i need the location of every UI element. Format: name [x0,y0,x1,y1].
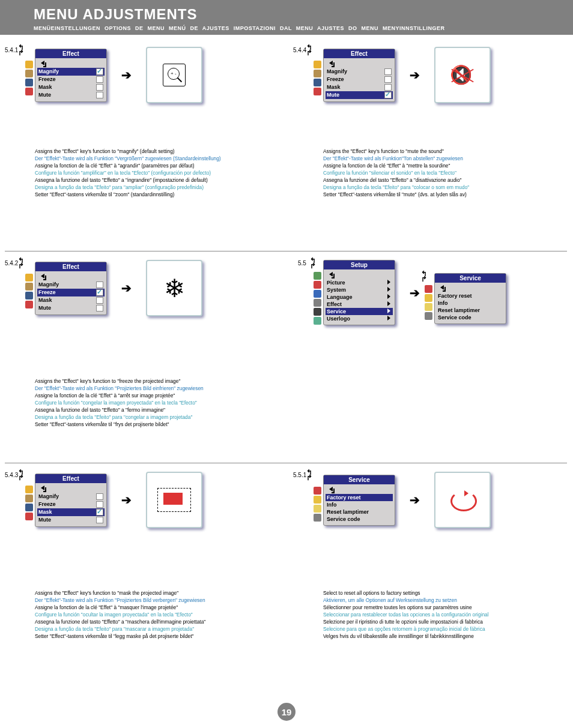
result-mask [146,472,202,528]
menu-item-mute[interactable]: Mute [37,304,105,312]
page-number: 19 [277,703,296,721]
menu-back[interactable] [37,484,105,493]
description: Assigns the "Effect" key's function to "… [35,589,205,640]
arrow-right-icon: ➔ [410,68,420,82]
section-543: 5.4.3 Effect Magnify Freeze Mask Mute ➔ … [35,472,205,640]
menu-item-info[interactable]: Info [437,299,504,307]
section-number: 5.4.1 [5,47,18,53]
page-subtitle: MENÜEINSTELLUNGEN OPTIONS DE MENU MENÚ D… [34,25,562,31]
menu-item-mask[interactable]: Mask [37,83,105,91]
section-551: 5.5.1 Service Factory reset Info Reset l… [323,472,491,640]
section-number: 5.5 [298,260,306,266]
section-number: 5.4.3 [5,472,18,478]
effect-menu-panel: Effect Magnify Freeze Mask Mute [35,262,107,315]
result-reset [434,472,491,528]
description: Assigns the "Effect" key's function to "… [323,148,491,198]
description: Assigns the "Effect" key's function to "… [35,378,204,428]
section-55: 5.5 Setup Picture System Language Effect… [323,260,506,325]
menu-item-service-code[interactable]: Service code [437,314,504,321]
menu-title: Service [435,274,506,283]
mute-icon [447,63,478,87]
menu-item-system[interactable]: System [326,286,393,293]
menu-item-service-code[interactable]: Service code [326,516,393,523]
reset-icon [447,488,478,512]
menu-title: Effect [324,49,395,58]
effect-menu-panel: Effect Magnify Freeze Mask Mute [323,49,395,102]
menu-item-factory-reset[interactable]: Factory reset [437,292,504,299]
menu-item-mute[interactable]: Mute [326,91,393,99]
menu-item-magnify[interactable]: Magnify [37,281,105,289]
arrow-right-icon: ➔ [410,286,420,300]
menu-back[interactable] [326,486,393,494]
menu-title: Effect [35,262,106,271]
section-542: 5.4.2 Effect Magnify Freeze Mask Mute ➔ … [35,260,204,428]
nav-arrows-icon [18,45,24,56]
nav-arrows-icon [306,470,312,481]
description: Assigns the "Effect" key's function to "… [35,148,221,198]
menu-item-mute[interactable]: Mute [37,516,105,524]
nav-arrows-icon [18,258,24,269]
section-544: 5.4.4 Effect Magnify Freeze Mask Mute ➔ … [323,47,491,198]
menu-item-mute[interactable]: Mute [37,91,105,99]
arrow-right-icon: ➔ [121,68,132,82]
menu-item-freeze[interactable]: Freeze [37,501,105,508]
menu-title: Effect [35,49,106,58]
sidebar-icons [25,61,33,95]
divider-horizontal [5,463,567,463]
menu-back[interactable] [326,59,393,68]
menu-item-reset-lamptimer[interactable]: Reset lamptimer [437,307,504,314]
result-magnify: + - [146,47,202,103]
page-title: MENU ADJUSTMENTS [34,6,562,23]
menu-item-service[interactable]: Service [326,308,393,315]
back-icon [40,61,47,67]
menu-item-magnify[interactable]: Magnify [37,493,105,501]
nav-arrows-icon [18,470,24,481]
section-number: 5.5.1 [293,472,306,478]
menu-item-userlogo[interactable]: Userlogo [326,315,393,322]
arrow-right-icon: ➔ [121,493,132,507]
menu-back[interactable] [37,272,105,281]
menu-item-reset-lamptimer[interactable]: Reset lamptimer [326,508,393,516]
section-number: 5.4.2 [5,260,18,266]
menu-item-freeze[interactable]: Freeze [37,76,105,83]
setup-menu-panel: Setup Picture System Language Effect Ser… [323,260,395,325]
menu-back[interactable] [37,59,105,68]
divider-horizontal [5,251,567,251]
menu-item-language[interactable]: Language [326,293,393,301]
check-icon [96,68,103,75]
effect-menu-panel: Effect Magnify Freeze Mask Mute [35,49,107,102]
section-541: 5.4.1 Effect Magnify Freeze Mask Mute ➔ … [35,47,221,198]
result-freeze: ❄ [146,260,202,316]
magnify-icon: + - [163,64,186,86]
mask-icon [157,488,191,512]
menu-item-info[interactable]: Info [326,501,393,508]
service-menu-panel: Service Factory reset Info Reset lamptim… [323,475,395,526]
menu-item-effect[interactable]: Effect [326,301,393,308]
arrow-right-icon: ➔ [410,493,420,507]
menu-title: Setup [324,260,395,269]
page-header: MENU ADJUSTMENTS MENÜEINSTELLUNGEN OPTIO… [0,0,573,35]
menu-title: Effect [35,474,106,483]
description: Select to reset all options to factory s… [323,589,491,640]
menu-title: Service [324,475,395,484]
menu-item-picture[interactable]: Picture [326,279,393,286]
menu-item-freeze[interactable]: Freeze [37,289,105,296]
menu-item-magnify[interactable]: Magnify [326,68,393,76]
nav-arrows-icon [421,271,427,282]
section-number: 5.4.4 [293,47,306,53]
menu-item-factory-reset[interactable]: Factory reset [326,494,393,501]
nav-arrows-icon [306,45,312,56]
menu-item-mask[interactable]: Mask [37,508,105,516]
menu-item-mask[interactable]: Mask [326,83,393,91]
arrow-right-icon: ➔ [121,281,132,295]
snowflake-icon: ❄ [164,274,185,303]
effect-menu-panel: Effect Magnify Freeze Mask Mute [35,474,107,527]
result-mute [434,47,491,103]
service-menu-panel: Service Factory reset Info Reset lamptim… [434,273,506,324]
menu-back[interactable] [437,284,504,292]
menu-back[interactable] [326,271,393,279]
menu-item-freeze[interactable]: Freeze [326,76,393,83]
nav-arrows-icon [310,258,316,269]
menu-item-mask[interactable]: Mask [37,296,105,304]
menu-item-magnify[interactable]: Magnify [37,68,105,76]
